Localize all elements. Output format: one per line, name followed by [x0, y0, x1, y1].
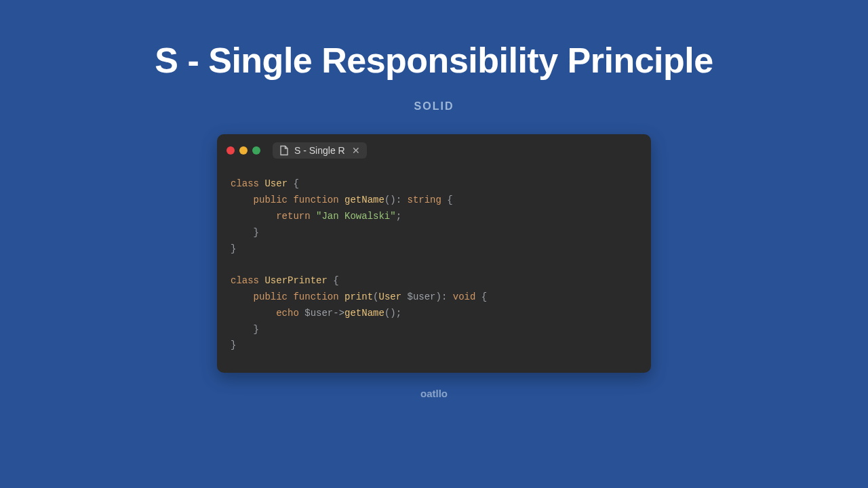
- tab-close-icon: ✕: [352, 145, 360, 156]
- code-token: {: [441, 195, 453, 205]
- code-line: }: [231, 322, 637, 338]
- code-token: (): [384, 308, 396, 319]
- code-window: S - Single R ✕ class User { public funct…: [217, 134, 651, 373]
- code-line: }: [231, 338, 637, 354]
- code-token: "Jan Kowalski": [316, 211, 396, 222]
- code-token: :: [396, 195, 408, 205]
- code-token: getName: [344, 308, 384, 319]
- subtitle: SOLID: [414, 100, 454, 113]
- code-token: public: [254, 195, 288, 205]
- code-token: $user: [401, 291, 435, 302]
- code-token: void: [453, 291, 476, 302]
- code-line: return "Jan Kowalski";: [231, 209, 637, 225]
- code-line: }: [231, 241, 637, 258]
- close-icon: [226, 146, 235, 155]
- code-line: public function getName(): string {: [231, 192, 637, 209]
- code-token: getName: [344, 195, 384, 205]
- code-line: [231, 257, 637, 273]
- window-header: S - Single R ✕: [217, 134, 651, 167]
- code-line: }: [231, 225, 637, 241]
- code-token: :: [441, 291, 453, 302]
- code-token: {: [475, 291, 487, 302]
- code-token: User: [264, 178, 288, 189]
- code-token: }: [231, 243, 236, 254]
- code-token: print: [344, 291, 373, 302]
- footer-brand: oatllo: [420, 388, 448, 399]
- file-icon: [279, 145, 289, 156]
- code-token: echo: [276, 308, 299, 319]
- code-token: $user: [299, 308, 333, 319]
- code-token: function: [293, 291, 338, 302]
- code-token: }: [231, 340, 236, 350]
- code-token: }: [254, 227, 259, 238]
- code-token: class: [231, 275, 259, 286]
- code-body: class User { public function getName(): …: [217, 167, 651, 373]
- code-token: public: [254, 291, 288, 302]
- code-line: class UserPrinter {: [231, 273, 637, 289]
- code-token: string: [408, 195, 441, 205]
- traffic-lights: [226, 146, 260, 155]
- code-token: ->: [333, 308, 344, 319]
- page-title: S - Single Responsibility Principle: [155, 39, 713, 81]
- code-token: {: [288, 178, 299, 189]
- code-token: ;: [396, 308, 401, 319]
- code-token: class: [231, 178, 259, 189]
- code-token: ): [436, 291, 441, 302]
- code-token: (): [384, 195, 396, 205]
- tab-label: S - Single R: [294, 145, 345, 156]
- code-line: public function print(User $user): void …: [231, 289, 637, 306]
- code-token: function: [293, 195, 338, 205]
- code-line: echo $user->getName();: [231, 306, 637, 322]
- code-token: ;: [396, 211, 401, 222]
- code-line: class User {: [231, 176, 637, 192]
- code-token: User: [378, 291, 401, 302]
- code-token: {: [328, 275, 339, 286]
- maximize-icon: [252, 146, 260, 155]
- code-token: return: [276, 211, 310, 222]
- code-token: }: [254, 324, 259, 335]
- code-token: UserPrinter: [264, 275, 327, 286]
- file-tab: S - Single R ✕: [273, 142, 367, 159]
- minimize-icon: [239, 146, 248, 155]
